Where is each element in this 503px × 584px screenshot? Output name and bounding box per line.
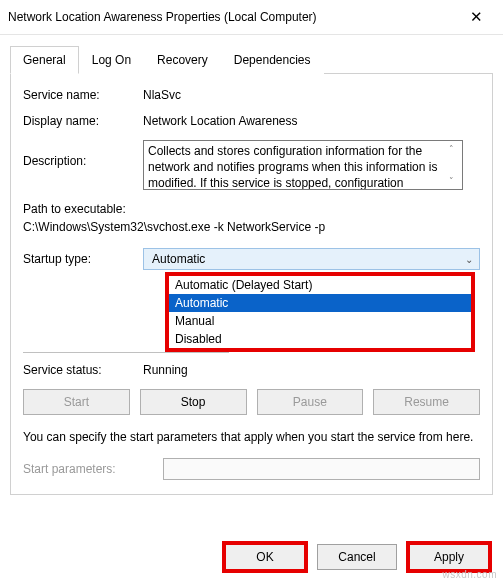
- option-disabled[interactable]: Disabled: [169, 330, 471, 348]
- start-params-label: Start parameters:: [23, 462, 163, 476]
- description-scrollbar[interactable]: ˄ ˅: [444, 143, 458, 187]
- tab-panel-general: Service name: NlaSvc Display name: Netwo…: [10, 74, 493, 495]
- startup-type-combobox[interactable]: Automatic ⌄: [143, 248, 480, 270]
- option-automatic[interactable]: Automatic: [169, 294, 471, 312]
- window-title: Network Location Awareness Properties (L…: [8, 10, 317, 24]
- path-value: C:\Windows\System32\svchost.exe -k Netwo…: [23, 220, 480, 234]
- service-name-value: NlaSvc: [143, 88, 480, 102]
- option-automatic-delayed[interactable]: Automatic (Delayed Start): [169, 276, 471, 294]
- description-text: Collects and stores configuration inform…: [148, 143, 444, 187]
- start-button: Start: [23, 389, 130, 415]
- content-area: General Log On Recovery Dependencies Ser…: [0, 35, 503, 505]
- close-icon[interactable]: ✕: [462, 8, 491, 26]
- pause-button: Pause: [257, 389, 364, 415]
- tab-logon[interactable]: Log On: [79, 46, 144, 74]
- service-name-label: Service name:: [23, 88, 143, 102]
- scroll-down-icon[interactable]: ˅: [449, 176, 454, 186]
- tab-general[interactable]: General: [10, 46, 79, 74]
- startup-type-label: Startup type:: [23, 252, 143, 266]
- start-params-hint: You can specify the start parameters tha…: [23, 429, 480, 446]
- service-status-label: Service status:: [23, 363, 143, 377]
- resume-button: Resume: [373, 389, 480, 415]
- description-box: Collects and stores configuration inform…: [143, 140, 463, 190]
- service-status-value: Running: [143, 363, 480, 377]
- path-label: Path to executable:: [23, 202, 480, 216]
- divider: [23, 352, 229, 353]
- watermark: wsxdn.com: [442, 569, 497, 580]
- dialog-footer: OK Cancel Apply: [225, 544, 489, 570]
- display-name-label: Display name:: [23, 114, 143, 128]
- titlebar: Network Location Awareness Properties (L…: [0, 0, 503, 35]
- start-params-input: [163, 458, 480, 480]
- startup-type-dropdown: Automatic (Delayed Start) Automatic Manu…: [165, 272, 475, 352]
- chevron-down-icon: ⌄: [465, 254, 473, 265]
- display-name-value: Network Location Awareness: [143, 114, 480, 128]
- tab-strip: General Log On Recovery Dependencies: [10, 45, 493, 74]
- cancel-button[interactable]: Cancel: [317, 544, 397, 570]
- description-label: Description:: [23, 140, 143, 168]
- startup-type-value: Automatic: [152, 252, 205, 266]
- option-manual[interactable]: Manual: [169, 312, 471, 330]
- apply-button[interactable]: Apply: [409, 544, 489, 570]
- tab-recovery[interactable]: Recovery: [144, 46, 221, 74]
- stop-button[interactable]: Stop: [140, 389, 247, 415]
- scroll-up-icon[interactable]: ˄: [449, 144, 454, 154]
- tab-dependencies[interactable]: Dependencies: [221, 46, 324, 74]
- ok-button[interactable]: OK: [225, 544, 305, 570]
